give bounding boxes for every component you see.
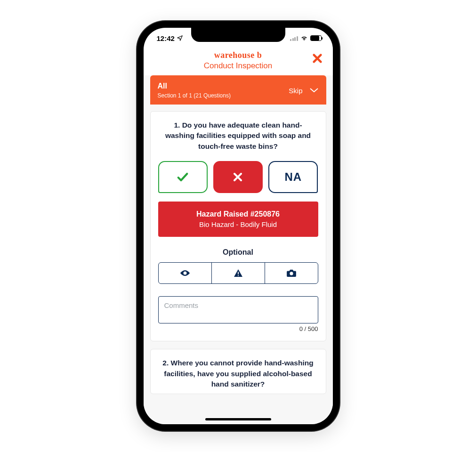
question-text: 1. Do you have adequate clean hand-washi… xyxy=(158,120,318,152)
hazard-banner[interactable]: Hazard Raised #250876 Bio Hazard - Bodil… xyxy=(158,202,318,237)
svg-rect-0 xyxy=(238,272,239,274)
wifi-icon xyxy=(300,35,308,41)
hazard-subtitle: Bio Hazard - Bodily Fluid xyxy=(163,220,314,228)
x-icon xyxy=(232,171,243,183)
section-subtitle: Section 1 of 1 (21 Questions) xyxy=(158,92,231,99)
svg-rect-1 xyxy=(238,275,239,276)
answer-yes-button[interactable] xyxy=(158,161,208,193)
close-icon xyxy=(312,53,323,64)
optional-row xyxy=(158,262,318,284)
phone-frame: 12:42 warehouse b Conduct Inspection All xyxy=(137,21,339,431)
section-bar[interactable]: All Section 1 of 1 (21 Questions) Skip xyxy=(150,75,326,105)
camera-button[interactable] xyxy=(265,263,318,283)
phone-screen: 12:42 warehouse b Conduct Inspection All xyxy=(144,28,333,424)
view-button[interactable] xyxy=(159,263,211,283)
skip-button[interactable]: Skip xyxy=(289,87,302,95)
alert-button[interactable] xyxy=(211,263,265,283)
optional-label: Optional xyxy=(158,248,318,257)
home-indicator xyxy=(205,418,271,420)
answer-no-button[interactable] xyxy=(213,161,263,193)
question-card-2: 2. Where you cannot provide hand-washing… xyxy=(150,349,326,394)
question-card-1: 1. Do you have adequate clean hand-washi… xyxy=(150,111,326,341)
battery-icon xyxy=(310,35,322,41)
section-title: All xyxy=(158,82,231,90)
check-icon xyxy=(176,170,189,184)
content-area: All Section 1 of 1 (21 Questions) Skip 1… xyxy=(144,75,333,424)
status-time: 12:42 xyxy=(157,34,175,42)
answer-na-button[interactable]: NA xyxy=(268,161,318,193)
svg-point-2 xyxy=(290,272,293,275)
app-title: warehouse b xyxy=(144,50,333,60)
app-header: warehouse b Conduct Inspection xyxy=(144,48,333,75)
app-subtitle: Conduct Inspection xyxy=(144,61,333,71)
camera-icon xyxy=(286,269,297,277)
chevron-down-icon[interactable] xyxy=(309,88,319,93)
close-button[interactable] xyxy=(312,53,323,64)
comments-counter: 0 / 500 xyxy=(158,325,318,332)
comments-input[interactable]: Comments xyxy=(158,296,318,323)
alert-icon xyxy=(234,269,243,277)
answer-row: NA xyxy=(158,161,318,193)
question-text-2: 2. Where you cannot provide hand-washing… xyxy=(158,358,318,389)
location-icon xyxy=(177,35,183,41)
hazard-title: Hazard Raised #250876 xyxy=(163,210,314,218)
notch xyxy=(191,28,285,42)
signal-icon xyxy=(290,36,298,41)
eye-icon xyxy=(179,269,191,277)
